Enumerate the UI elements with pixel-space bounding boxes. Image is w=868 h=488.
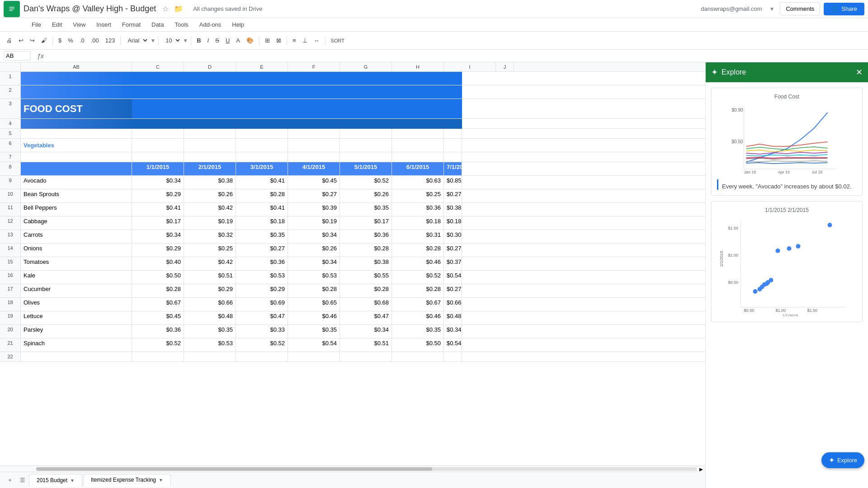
cell-17-g[interactable]: $0.28 — [288, 284, 340, 297]
col-header-e[interactable]: E — [236, 62, 288, 71]
cell-9-f[interactable]: $0.41 — [236, 176, 288, 189]
strikethrough-btn[interactable]: S — [212, 35, 222, 46]
format-num-btn[interactable]: 123 — [103, 35, 118, 46]
row-num-18[interactable]: 18 — [0, 298, 21, 311]
cell-10-g[interactable]: $0.27 — [288, 189, 340, 202]
cell-3-f[interactable] — [236, 99, 288, 118]
cell-1-i[interactable] — [392, 72, 444, 85]
cell-11-i[interactable]: $0.36 — [392, 203, 444, 216]
cell-3-d[interactable] — [132, 99, 184, 118]
cell-13-e[interactable]: $0.32 — [184, 230, 236, 243]
cell-2-i[interactable] — [392, 85, 444, 99]
cell-22-ab[interactable] — [21, 352, 132, 362]
cell-19-j[interactable]: $0.48 — [444, 311, 462, 324]
cell-1-g[interactable] — [288, 72, 340, 85]
cell-9-h[interactable]: $0.52 — [340, 176, 392, 189]
cell-5-d[interactable] — [132, 129, 184, 139]
col-header-d[interactable]: D — [184, 62, 236, 71]
fill-color-btn[interactable]: 🎨 — [244, 35, 256, 46]
cell-5-ab[interactable] — [21, 129, 132, 139]
cell-17-i[interactable]: $0.28 — [392, 284, 444, 297]
cell-6-d[interactable] — [132, 139, 184, 152]
cell-20-h[interactable]: $0.34 — [340, 325, 392, 338]
cell-21-i[interactable]: $0.50 — [392, 338, 444, 352]
cell-16-i[interactable]: $0.52 — [392, 271, 444, 284]
cell-17-j[interactable]: $0.27 — [444, 284, 462, 297]
row-num-11[interactable]: 11 — [0, 203, 21, 216]
cell-11-e[interactable]: $0.42 — [184, 203, 236, 216]
menu-format[interactable]: Format — [118, 19, 145, 30]
font-select[interactable]: Arial — [123, 35, 149, 46]
folder-icon[interactable]: 📁 — [174, 5, 183, 13]
cell-3-g[interactable] — [288, 99, 340, 118]
formula-input[interactable] — [50, 52, 864, 59]
valign-btn[interactable]: ⊥ — [300, 35, 310, 46]
cell-17-e[interactable]: $0.29 — [184, 284, 236, 297]
cell-17-f[interactable]: $0.29 — [236, 284, 288, 297]
cell-6-e[interactable] — [184, 139, 236, 152]
cell-7-j[interactable] — [444, 152, 462, 162]
cell-7-d[interactable] — [132, 152, 184, 162]
cell-11-j[interactable]: $0.38 — [444, 203, 462, 216]
cell-date-1[interactable]: 1/1/2015 — [132, 162, 184, 175]
cell-19-g[interactable]: $0.46 — [288, 311, 340, 324]
menu-tools[interactable]: Tools — [170, 19, 193, 30]
add-sheet-button[interactable]: + — [4, 474, 16, 487]
cell-10-name[interactable]: Bean Sprouts — [21, 189, 132, 202]
font-size-select[interactable]: 10 — [161, 35, 182, 46]
cell-10-f[interactable]: $0.28 — [236, 189, 288, 202]
row-num-9[interactable]: 9 — [0, 176, 21, 189]
cell-1-d[interactable] — [132, 72, 184, 85]
cell-4-f[interactable] — [236, 119, 288, 129]
cell-15-h[interactable]: $0.38 — [340, 257, 392, 270]
cell-9-name[interactable]: Avocado — [21, 176, 132, 189]
cell-1-j[interactable] — [444, 72, 462, 85]
cell-4-e[interactable] — [184, 119, 236, 129]
undo-btn[interactable]: ↩ — [16, 35, 26, 46]
cell-1-e[interactable] — [184, 72, 236, 85]
cell-18-g[interactable]: $0.65 — [288, 298, 340, 311]
cell-date-4[interactable]: 4/1/2015 — [288, 162, 340, 175]
comments-button[interactable]: Comments — [780, 2, 820, 15]
cell-7-h[interactable] — [340, 152, 392, 162]
cell-14-g[interactable]: $0.26 — [288, 244, 340, 257]
row-num-10[interactable]: 10 — [0, 189, 21, 202]
cell-16-name[interactable]: Kale — [21, 271, 132, 284]
explore-close-button[interactable]: ✕ — [856, 67, 863, 77]
cell-13-g[interactable]: $0.34 — [288, 230, 340, 243]
menu-view[interactable]: View — [68, 19, 90, 30]
cell-2-h[interactable] — [340, 85, 392, 99]
cell-16-j[interactable]: $0.54 — [444, 271, 462, 284]
cell-9-g[interactable]: $0.45 — [288, 176, 340, 189]
cell-2-d[interactable] — [132, 85, 184, 99]
cell-12-f[interactable]: $0.18 — [236, 216, 288, 230]
col-header-ab[interactable]: AB — [21, 62, 132, 71]
cell-11-name[interactable]: Bell Peppers — [21, 203, 132, 216]
row-num-19[interactable]: 19 — [0, 311, 21, 324]
cell-14-i[interactable]: $0.28 — [392, 244, 444, 257]
cell-16-h[interactable]: $0.55 — [340, 271, 392, 284]
cell-20-f[interactable]: $0.33 — [236, 325, 288, 338]
cell-date-7[interactable]: 7/1/2015 — [444, 162, 462, 175]
cell-5-h[interactable] — [340, 129, 392, 139]
col-header-h[interactable]: H — [392, 62, 444, 71]
grid[interactable]: 1 2 — [0, 72, 705, 465]
cell-18-name[interactable]: Olives — [21, 298, 132, 311]
cell-date-3[interactable]: 3/1/2015 — [236, 162, 288, 175]
cell-4-j[interactable] — [444, 119, 462, 129]
cell-18-e[interactable]: $0.66 — [184, 298, 236, 311]
cell-13-d[interactable]: $0.34 — [132, 230, 184, 243]
col-header-g[interactable]: G — [340, 62, 392, 71]
align-btn[interactable]: ≡ — [290, 35, 299, 46]
cell-date-5[interactable]: 5/1/2015 — [340, 162, 392, 175]
cell-12-h[interactable]: $0.17 — [340, 216, 392, 230]
sort-btn[interactable]: SORT — [328, 36, 347, 45]
cell-15-f[interactable]: $0.36 — [236, 257, 288, 270]
sheet-tab-budget[interactable]: 2015 Budget ▼ — [29, 474, 82, 487]
cell-4-g[interactable] — [288, 119, 340, 129]
paint-format-btn[interactable]: 🖌 — [38, 35, 50, 46]
cell-5-j[interactable] — [444, 129, 462, 139]
cell-2-g[interactable] — [288, 85, 340, 99]
cell-21-g[interactable]: $0.54 — [288, 338, 340, 352]
row-num-3[interactable]: 3 — [0, 99, 21, 118]
